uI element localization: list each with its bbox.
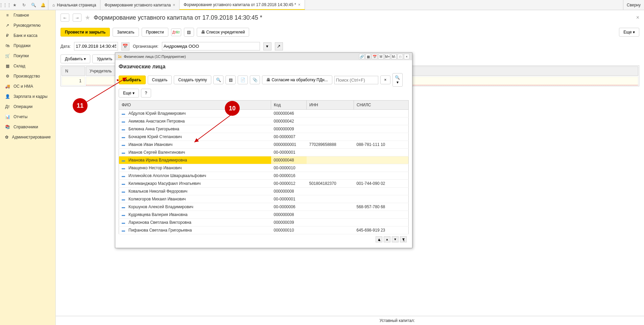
sidebar-item-4[interactable]: 🛒Покупки xyxy=(0,51,55,61)
star-icon[interactable]: ★ xyxy=(12,3,17,7)
org-input[interactable] xyxy=(162,42,260,50)
nav-back-button[interactable]: ← xyxy=(61,14,69,22)
sidebar-item-10[interactable]: 📊Отчеты xyxy=(0,112,55,122)
list-item[interactable]: ▬ Коршунов Алексей Владимирович00-000000… xyxy=(119,203,409,211)
person-icon: ▬ xyxy=(122,135,125,139)
calendar-icon[interactable]: 📅 xyxy=(121,42,129,50)
list-item[interactable]: ▬ Иванов Иван Иванович000000000177028965… xyxy=(119,141,409,149)
list-item[interactable]: ▬ Иллинойсов Аполлон Шварцваальфович00-0… xyxy=(119,172,409,180)
col-code[interactable]: Код xyxy=(271,101,307,110)
delete-button[interactable]: Удалить xyxy=(92,55,117,63)
clear-search-button[interactable]: × xyxy=(380,75,390,84)
list-item[interactable]: ▬ Кудрявцева Валерия Ивановна000000008 xyxy=(119,211,409,219)
list-item[interactable]: ▬ Килиманджаро Масуфаил Игнатьевич00-000… xyxy=(119,180,409,188)
nav-forward-button[interactable]: → xyxy=(73,14,81,22)
list-item[interactable]: ▬ Ковальков Николай Федорович000000008 xyxy=(119,188,409,195)
date-input[interactable] xyxy=(74,42,118,50)
find-button[interactable]: 🔍 xyxy=(213,75,223,84)
mplus-icon[interactable]: M+ xyxy=(385,54,390,59)
save-button[interactable]: Записать xyxy=(113,28,139,37)
list-item[interactable]: ▬ Акимова Анастасия Петровна000000042 xyxy=(119,117,409,125)
search-dropdown-button[interactable]: 🔍▾ xyxy=(392,73,403,87)
col-snils[interactable]: СНИЛС xyxy=(354,101,409,110)
org-dropdown-icon[interactable]: ▾ xyxy=(263,42,271,50)
sidebar-icon: ▦ xyxy=(5,63,10,69)
person-icon: ▬ xyxy=(122,229,125,232)
sidebar-item-12[interactable]: ✿Администрирование xyxy=(0,132,55,142)
list-item[interactable]: ▬ Колмогоров Михаил Иванович00-0000001 xyxy=(119,195,409,203)
sidebar-item-3[interactable]: 🛍Продажи xyxy=(0,41,55,51)
list-item[interactable]: ▬ Ларионова Светлана Викторовна000000039 xyxy=(119,219,409,226)
tab-2[interactable]: Формирование уставного капитала от 17.09… xyxy=(180,0,305,10)
tab-close-icon[interactable]: × xyxy=(173,3,175,7)
list-item[interactable]: ▬ Белкина Анна Григорьевна000000009 xyxy=(119,125,409,133)
dialog-titlebar[interactable]: 1с Физические лица (1С:Предприятие) 🔗 ▦ … xyxy=(115,53,412,60)
help-button[interactable]: ? xyxy=(141,89,151,98)
consent-button[interactable]: 🖶 Согласие на обработку ПДн... xyxy=(262,75,332,84)
list-item[interactable]: ▬ Иващенко Нестор Иванович00-0000010 xyxy=(119,164,409,172)
search-input[interactable] xyxy=(334,76,378,84)
sidebar-item-1[interactable]: ↗Руководителю xyxy=(0,20,55,30)
create-group-button[interactable]: Создать группу xyxy=(174,75,211,84)
nav-bottom-button[interactable]: ▼̲ xyxy=(400,236,407,242)
search-icon[interactable]: 🔍 xyxy=(31,3,36,7)
sidebar-item-5[interactable]: ▦Склад xyxy=(0,61,55,71)
sidebar-item-11[interactable]: 📚Справочники xyxy=(0,122,55,132)
mminus-icon[interactable]: M- xyxy=(391,54,397,59)
org-open-icon[interactable]: ↗ xyxy=(275,42,283,50)
list-icon-button[interactable]: ▤ xyxy=(184,28,194,37)
page-close-icon[interactable]: × xyxy=(636,15,639,21)
post-button[interactable]: Провести xyxy=(142,28,168,37)
history-icon[interactable]: ↻ xyxy=(22,3,26,7)
collapse-button[interactable]: Сверну xyxy=(623,0,644,10)
list-item[interactable]: ▬ Бочкарев Юрий Степанович00-0000007 xyxy=(119,133,409,141)
sidebar-item-7[interactable]: 🚚ОС и НМА xyxy=(0,81,55,91)
tab-1[interactable]: Формирование уставного капитала× xyxy=(100,0,180,10)
list-item[interactable]: ▬ Пифанова Светлана Григорьевна000000010… xyxy=(119,226,409,234)
person-icon: ▬ xyxy=(122,205,125,209)
attach-button[interactable]: 📎 xyxy=(250,75,260,84)
table-nav: ▲̲ ▲ ▼ ▼̲ xyxy=(119,234,409,244)
col-fio[interactable]: ФИО xyxy=(119,101,271,110)
top-toolbar: ⋮⋮⋮ ★ ↻ 🔍 🔔 ⌂Начальная страницаФормирова… xyxy=(0,0,644,10)
list-item[interactable]: ▬ Иванов Сергей Валентинович00-0000001 xyxy=(119,149,409,156)
dialog-more-button[interactable]: Еще ▾ xyxy=(119,89,139,98)
sidebar-item-8[interactable]: 👤Зарплата и кадры xyxy=(0,91,55,102)
main-content: ← → ★ Формирование уставного капитала от… xyxy=(56,10,644,325)
col-n[interactable]: N xyxy=(62,66,85,76)
list2-button[interactable]: ▤ xyxy=(225,75,236,84)
favorite-icon[interactable]: ★ xyxy=(85,14,90,21)
sidebar-label: Продажи xyxy=(14,43,30,48)
founders-list-button[interactable]: 🖶 Список учредителей xyxy=(197,28,249,37)
sidebar-item-9[interactable]: ДтОперации xyxy=(0,102,55,112)
select-button[interactable]: ▸Выбрать xyxy=(119,75,146,84)
apps-icon[interactable]: ⋮⋮⋮ xyxy=(3,3,7,7)
m-icon[interactable]: M xyxy=(378,54,384,59)
nav-top-button[interactable]: ▲̲ xyxy=(376,236,382,242)
maximize-icon[interactable]: □ xyxy=(398,54,403,59)
calendar2-icon[interactable]: 📅 xyxy=(372,54,377,59)
excel-button[interactable]: 📄 xyxy=(238,75,248,84)
sidebar-item-0[interactable]: ≡Главное xyxy=(0,10,55,20)
bell-icon[interactable]: 🔔 xyxy=(41,3,45,7)
create-button[interactable]: Создать xyxy=(148,75,172,84)
sidebar-icon: ₽ xyxy=(5,33,10,38)
sidebar-item-2[interactable]: ₽Банк и касса xyxy=(0,30,55,41)
sidebar-item-6[interactable]: ⚙Производство xyxy=(0,71,55,81)
add-button[interactable]: Добавить ▾ xyxy=(61,55,90,63)
persons-table: ФИО Код ИНН СНИЛС ▬ Абдулов Юрий Владими… xyxy=(119,100,409,234)
calc-icon[interactable]: ▦ xyxy=(365,54,371,59)
list-item[interactable]: ▬ Иванова Ирина Владимировна000000048 xyxy=(119,156,409,164)
col-inn[interactable]: ИНН xyxy=(307,101,354,110)
nav-down-button[interactable]: ▼ xyxy=(392,236,399,242)
list-item[interactable]: ▬ Абдулов Юрий Владимирович000000046 xyxy=(119,110,409,117)
dtkt-button[interactable]: ДтКт xyxy=(171,28,181,36)
more-button[interactable]: Еще ▾ xyxy=(619,28,639,37)
nav-up-button[interactable]: ▲ xyxy=(384,236,390,242)
tab-0[interactable]: ⌂Начальная страница xyxy=(48,0,100,10)
system-icons: ⋮⋮⋮ ★ ↻ 🔍 🔔 xyxy=(0,0,48,10)
link-icon[interactable]: 🔗 xyxy=(359,54,364,59)
close-icon[interactable]: × xyxy=(404,54,409,59)
tab-close-icon[interactable]: × xyxy=(298,2,301,7)
post-and-close-button[interactable]: Провести и закрыть xyxy=(61,28,110,37)
